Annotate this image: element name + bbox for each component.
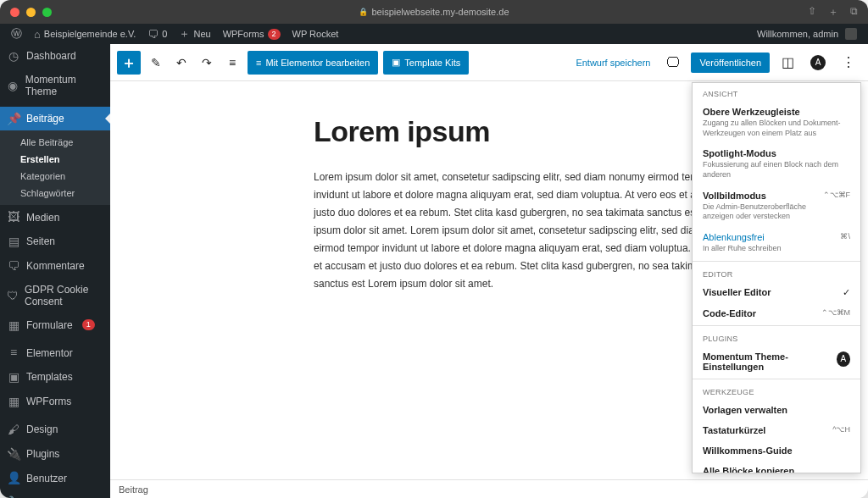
section-werkzeuge: WERKZEUGE [693, 381, 860, 400]
pin-icon: 📌 [7, 112, 20, 126]
plugin-icon: 🔌 [7, 447, 20, 462]
sidebar-tools[interactable]: 🔧Werkzeuge [0, 490, 110, 498]
gauge-icon: ◷ [7, 49, 20, 64]
opt-visual-editor[interactable]: Visueller Editor ✓ [693, 282, 860, 303]
outline-button[interactable]: ≡ [222, 53, 242, 73]
opt-momentum-settings[interactable]: Momentum Theme-Einstellungen A [693, 346, 860, 377]
post-body-block[interactable]: Lorem ipsum dolor sit amet, consetetur s… [314, 169, 746, 293]
forms-badge: 1 [82, 319, 95, 330]
comment-icon: 🗨 [147, 28, 159, 41]
traffic-max[interactable] [42, 8, 52, 17]
media-icon: 🖾 [7, 210, 20, 224]
user-icon: 👤 [7, 471, 20, 485]
page-icon: ▤ [7, 235, 20, 249]
url-bar[interactable]: 🔒 beispielwebseite.my-demosite.de [359, 7, 509, 17]
sidebar-templates[interactable]: ▣Templates [0, 365, 110, 390]
wp-adminbar: ⓦ ⌂Beispielgemeinde e.V. 🗨0 ＋Neu WPForms… [0, 24, 868, 44]
mac-titlebar: 🔒 beispielwebseite.my-demosite.de ⇧ ＋ ⧉ [0, 0, 868, 24]
undo-button[interactable]: ↶ [171, 53, 192, 73]
section-ansicht: ANSICHT [693, 83, 860, 102]
templatekits-button[interactable]: ▣Template Kits [383, 51, 469, 75]
shield-icon: 🛡 [7, 289, 19, 303]
sidebar-posts[interactable]: 📌Beiträge [0, 107, 110, 131]
sidebar-momentum[interactable]: ◉Momentum Theme [0, 69, 110, 103]
sidebar-elementor[interactable]: ≡Elementor [0, 340, 110, 365]
plus-icon: ＋ [179, 26, 190, 42]
opt-spotlight[interactable]: Spotlight-ModusFokussierung auf einen Bl… [693, 143, 860, 185]
wpforms-badge: 2 [268, 29, 281, 40]
tabs-icon[interactable]: ⧉ [850, 5, 858, 19]
options-panel: ANSICHT Obere WerkzeugleisteZugang zu al… [692, 82, 861, 473]
breadcrumb[interactable]: Beitrag [119, 484, 148, 495]
editor-footer: Beitrag [110, 479, 868, 498]
save-draft-button[interactable]: Entwurf speichern [570, 58, 655, 68]
new-tab-icon[interactable]: ＋ [828, 5, 838, 19]
wordpress-icon: ⓦ [11, 26, 22, 42]
wp-logo[interactable]: ⓦ [5, 24, 28, 44]
sub-categories[interactable]: Kategorien [0, 168, 110, 185]
options-menu-button[interactable]: ⋮ [836, 50, 861, 75]
opt-top-toolbar[interactable]: Obere WerkzeugleisteZugang zu allen Blöc… [693, 102, 860, 143]
url-text: beispielwebseite.my-demosite.de [371, 7, 509, 17]
wpforms-icon: ▦ [7, 395, 20, 409]
opt-shortcuts[interactable]: Tastaturkürzel ^⌥H [693, 420, 860, 440]
sidebar-comments[interactable]: 🗨Kommentare [0, 254, 110, 279]
edit-tool[interactable]: ✎ [146, 53, 166, 73]
form-icon: ▦ [7, 318, 20, 333]
sidebar-users[interactable]: 👤Benutzer [0, 466, 110, 490]
check-icon: ✓ [843, 287, 850, 298]
lock-icon: 🔒 [359, 8, 368, 16]
momentum-icon: A [837, 351, 850, 367]
block-editor: ＋ ✎ ↶ ↷ ≡ ≡Mit Elementor bearbeiten ▣Tem… [110, 44, 868, 498]
templates-icon: ▣ [7, 370, 20, 385]
new-content[interactable]: ＋Neu [173, 24, 216, 44]
traffic-close[interactable] [10, 8, 19, 17]
opt-copy-all-blocks[interactable]: Alle Blöcke kopieren [693, 461, 860, 473]
posts-submenu: Alle Beiträge Erstellen Kategorien Schla… [0, 130, 110, 205]
comments-link[interactable]: 🗨0 [142, 24, 173, 44]
sidebar-gdpr[interactable]: 🛡GDPR Cookie Consent [0, 279, 110, 313]
comment-icon: 🗨 [7, 259, 20, 274]
kit-icon: ▣ [392, 57, 400, 68]
sidebar-media[interactable]: 🖾Medien [0, 205, 110, 230]
preview-button[interactable]: 🖵 [660, 50, 686, 75]
theme-icon: ◉ [7, 79, 19, 93]
opt-fullscreen[interactable]: VollbildmodusDie Admin-Benutzeroberfläch… [693, 185, 860, 227]
opt-welcome-guide[interactable]: Willkommens-Guide [693, 440, 860, 461]
wprocket-link[interactable]: WP Rocket [287, 24, 345, 44]
opt-code-editor[interactable]: Code-Editor ⌃⌥⌘M [693, 303, 860, 324]
elementor-button[interactable]: ≡Mit Elementor bearbeiten [248, 51, 378, 75]
home-icon: ⌂ [34, 28, 41, 41]
sidebar-wpforms[interactable]: ▦WPForms [0, 390, 110, 414]
add-block-button[interactable]: ＋ [117, 51, 141, 75]
site-name[interactable]: ⌂Beispielgemeinde e.V. [28, 24, 142, 44]
greeting[interactable]: Willkommen, admin [751, 28, 863, 40]
sidebar-design[interactable]: 🖌Design [0, 418, 110, 442]
sidebar-pages[interactable]: ▤Seiten [0, 230, 110, 254]
section-plugins: PLUGINS [693, 328, 860, 346]
elementor-icon: ≡ [256, 58, 261, 68]
admin-sidebar: ◷Dashboard ◉Momentum Theme 📌Beiträge All… [0, 44, 110, 498]
sub-all-posts[interactable]: Alle Beiträge [0, 134, 110, 151]
editor-topbar: ＋ ✎ ↶ ↷ ≡ ≡Mit Elementor bearbeiten ▣Tem… [110, 44, 868, 81]
sub-tags[interactable]: Schlagwörter [0, 185, 110, 202]
sub-new-post[interactable]: Erstellen [0, 151, 110, 168]
publish-button[interactable]: Veröffentlichen [691, 53, 770, 73]
elementor-icon: ≡ [7, 346, 20, 360]
sidebar-toggle[interactable]: ◫ [775, 50, 800, 75]
sidebar-dashboard[interactable]: ◷Dashboard [0, 44, 110, 69]
theme-settings-icon[interactable]: A [805, 50, 831, 75]
redo-button[interactable]: ↷ [197, 53, 217, 73]
share-icon[interactable]: ⇧ [808, 5, 816, 19]
traffic-min[interactable] [26, 8, 36, 17]
brush-icon: 🖌 [7, 423, 20, 437]
sidebar-plugins[interactable]: 🔌Plugins [0, 442, 110, 467]
wpforms-link[interactable]: WPForms2 [217, 24, 287, 44]
opt-manage-templates[interactable]: Vorlagen verwalten [693, 400, 860, 420]
sidebar-forms[interactable]: ▦Formulare1 [0, 313, 110, 338]
opt-distraction-free[interactable]: AblenkungsfreiIn aller Ruhe schreiben ⌘\ [693, 227, 860, 259]
section-editor: EDITOR [693, 263, 860, 282]
avatar-icon [845, 28, 857, 40]
